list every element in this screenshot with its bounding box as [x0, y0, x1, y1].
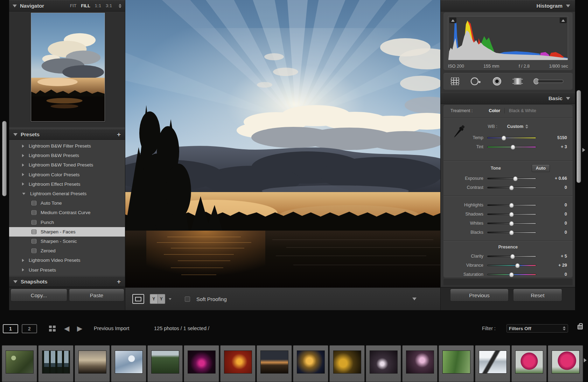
preset-group-row[interactable]: Lightroom B&W Filter Presets	[9, 141, 125, 151]
slider-track[interactable]	[487, 255, 536, 257]
thumbnail-blossom-branch-snow[interactable]	[479, 351, 506, 373]
primary-monitor-button[interactable]: 1	[3, 324, 18, 333]
slider-value[interactable]: + 0.66	[536, 176, 573, 181]
slider-value[interactable]: + 5	[536, 254, 573, 259]
slider-thumb[interactable]	[515, 263, 520, 268]
treatment-bw-option[interactable]: Black & White	[509, 108, 536, 113]
slider-track[interactable]	[487, 137, 536, 139]
filmstrip-cell[interactable]	[366, 345, 401, 382]
filmstrip-cell[interactable]	[293, 345, 328, 382]
filmstrip-source-breadcrumb[interactable]: Previous Import	[94, 326, 130, 331]
previous-photo-arrow[interactable]: ◀	[64, 324, 69, 333]
zoom-stepper-icon[interactable]	[119, 4, 121, 8]
slider-track[interactable]	[487, 178, 536, 179]
slider-thumb[interactable]	[511, 145, 515, 150]
preset-group-row[interactable]: Lightroom B&W Presets	[9, 151, 125, 160]
filmstrip-cell[interactable]	[511, 345, 547, 382]
slider-thumb[interactable]	[509, 221, 514, 226]
thumbnail-white-flower-dark[interactable]	[370, 351, 397, 373]
preset-group-row[interactable]: Lightroom Effect Presets	[9, 179, 125, 189]
slider-track[interactable]	[487, 232, 536, 233]
thumbnail-forest-treetops[interactable]	[152, 351, 179, 373]
preset-group-row[interactable]: Lightroom B&W Toned Presets	[9, 160, 125, 170]
slider-thumb[interactable]	[509, 230, 514, 235]
slider-track[interactable]	[487, 213, 536, 215]
preset-group-row[interactable]: User Presets	[9, 265, 125, 274]
filmstrip-cell[interactable]	[548, 345, 583, 382]
slider-track[interactable]	[487, 146, 536, 148]
thumbnail-green-leaves[interactable]	[443, 351, 470, 373]
filmstrip-cell[interactable]	[2, 345, 37, 382]
filmstrip-cell[interactable]	[439, 345, 474, 382]
presets-header[interactable]: Presets +	[9, 129, 125, 140]
thumbnail-golden-glow-abstract[interactable]	[297, 351, 324, 373]
slider-value[interactable]: 0	[536, 203, 573, 207]
thumbnail-pink-rose-1[interactable]	[516, 351, 543, 373]
paste-button[interactable]: Paste	[69, 289, 124, 301]
grid-view-button[interactable]	[49, 326, 56, 332]
slider-track[interactable]	[487, 274, 536, 275]
filmstrip-cell[interactable]	[220, 345, 255, 382]
slider-value[interactable]: + 29	[536, 263, 573, 268]
next-photo-arrow[interactable]: ▶	[77, 324, 82, 333]
filmstrip-cell[interactable]	[329, 345, 365, 382]
preset-group-row[interactable]: Lightroom Video Presets	[9, 255, 125, 265]
wb-preset-select[interactable]: Custom	[507, 124, 528, 129]
basic-panel-header[interactable]: Basic	[441, 93, 575, 104]
thumbnail-snowy-branches-sky[interactable]	[115, 351, 142, 373]
slider-track[interactable]	[487, 265, 536, 266]
slider-track[interactable]	[487, 204, 536, 206]
before-after-view-button[interactable]: YY	[150, 294, 165, 304]
thumbnail-lakeshore-trees[interactable]	[42, 351, 70, 373]
right-panel-collapse-arrow-icon[interactable]	[582, 148, 585, 152]
slider-thumb[interactable]	[513, 176, 518, 181]
filmstrip-cell[interactable]	[147, 345, 183, 382]
slider-value[interactable]: 0	[536, 230, 573, 235]
spot-removal-tool-icon[interactable]	[470, 76, 482, 87]
thumbnail-dusk-clouds[interactable]	[79, 351, 106, 373]
main-photo[interactable]	[125, 0, 440, 287]
copy-button[interactable]: Copy...	[10, 289, 67, 301]
highlight-clipping-indicator[interactable]	[560, 18, 567, 23]
add-snapshot-button[interactable]: +	[117, 278, 121, 285]
white-balance-eyedropper-icon[interactable]	[451, 123, 467, 141]
red-eye-tool-icon[interactable]	[492, 76, 502, 87]
histogram-chart[interactable]	[448, 16, 568, 60]
preset-row[interactable]: Sharpen - Faces	[9, 227, 125, 237]
snapshots-header[interactable]: Snapshots +	[9, 276, 125, 287]
zoom-mode-fill[interactable]: FILL	[81, 4, 90, 8]
previous-button[interactable]: Previous	[450, 289, 509, 301]
filmstrip-cell[interactable]	[184, 345, 219, 382]
slider-value[interactable]: 0	[536, 212, 573, 217]
slider-thumb[interactable]	[509, 272, 514, 277]
thumbnail-sunset-lake[interactable]	[261, 351, 288, 373]
zoom-mode-1-1[interactable]: 1:1	[95, 4, 101, 8]
histogram-header[interactable]: Histogram	[441, 0, 575, 12]
right-scrollbar-thumb[interactable]	[576, 90, 581, 183]
graduated-filter-tool-icon[interactable]	[512, 76, 524, 87]
slider-thumb[interactable]	[510, 254, 515, 259]
zoom-mode-3-1[interactable]: 3:1	[106, 4, 112, 8]
preset-row[interactable]: Medium Contrast Curve	[9, 208, 125, 217]
adjustment-brush-tool-icon[interactable]	[533, 76, 565, 87]
preset-row[interactable]: Punch	[9, 218, 125, 227]
toolbar-options-collapse-icon[interactable]	[412, 298, 416, 300]
filmstrip-cell[interactable]	[475, 345, 510, 382]
thumbnail-pink-rose-2[interactable]	[552, 351, 579, 373]
preset-row[interactable]: Zeroed	[9, 246, 125, 255]
shadow-clipping-indicator[interactable]	[449, 18, 456, 23]
auto-tone-button[interactable]: Auto	[532, 164, 550, 172]
loupe-view-button[interactable]	[132, 294, 144, 304]
before-after-dropdown-icon[interactable]	[169, 298, 172, 300]
filmstrip-cell[interactable]	[75, 345, 110, 382]
soft-proofing-checkbox[interactable]	[185, 296, 190, 302]
thumbnail-golden-leaves-dark[interactable]	[334, 351, 361, 373]
filmstrip-cell[interactable]	[257, 345, 292, 382]
slider-thumb[interactable]	[509, 185, 514, 190]
slider-thumb[interactable]	[509, 203, 514, 208]
slider-value[interactable]: 0	[536, 221, 573, 226]
filmstrip-cell[interactable]	[38, 345, 74, 382]
thumbnail-pink-blossoms-dark[interactable]	[406, 351, 434, 373]
navigator-preview-image[interactable]	[31, 13, 105, 122]
treatment-color-option[interactable]: Color	[489, 108, 500, 113]
